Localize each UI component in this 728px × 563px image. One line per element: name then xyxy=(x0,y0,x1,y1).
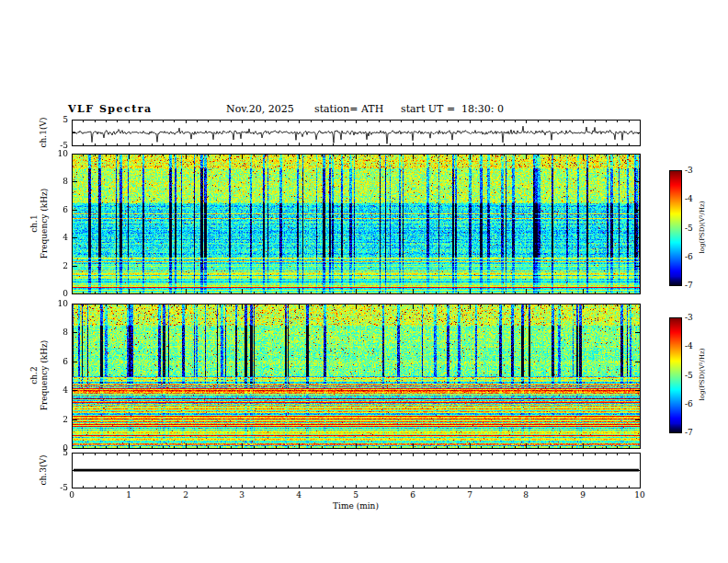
figure-station: station= ATH xyxy=(314,103,383,115)
ch1_spec-ytick-label: 2 xyxy=(46,261,68,270)
colorbar-2-tick-label: -3 xyxy=(685,313,705,322)
colorbar-2-tick-label: -4 xyxy=(685,341,705,350)
xtick-label: 3 xyxy=(231,490,253,500)
ch1_spec-ytick-label: 6 xyxy=(46,205,68,214)
xtick-label: 5 xyxy=(345,490,367,500)
ch1_spec-ytick-label: 10 xyxy=(46,149,68,158)
colorbar-2-tick-label: -7 xyxy=(685,428,705,437)
ch2_spec-ytick-label: 2 xyxy=(46,415,68,424)
colorbar-1-tick-label: -5 xyxy=(685,224,705,233)
xtick-label: 6 xyxy=(402,490,424,500)
xtick-label: 1 xyxy=(118,490,140,500)
xtick-label: 0 xyxy=(61,490,83,500)
ch1-spectrogram-canvas xyxy=(72,154,641,294)
ch2-spec-ylabel-channel: ch.2 xyxy=(29,306,40,444)
xaxis-label: Time (min) xyxy=(310,501,402,511)
ch1-spec-ylabel: ch.1 Frequency (kHz) xyxy=(29,155,51,293)
colorbar-1-tick-label: -6 xyxy=(685,252,705,261)
xtick-label: 9 xyxy=(572,490,594,500)
colorbar-2-tick-label: -6 xyxy=(685,399,705,408)
ch2_spec-ytick-label: 8 xyxy=(46,327,68,337)
ch3-waveform-canvas xyxy=(72,453,641,488)
ch1_spec-ytick-label: 4 xyxy=(46,233,68,242)
xtick-label: 7 xyxy=(459,490,481,500)
colorbar-1-tick-label: -7 xyxy=(685,281,705,290)
xtick-label: 4 xyxy=(288,490,310,500)
ch2_spec-ytick-label: 0 xyxy=(46,443,68,453)
xtick-label: 2 xyxy=(175,490,197,500)
ch2_spec-ytick-label: 10 xyxy=(46,299,68,308)
figure-start-ut: start UT = 18:30: 0 xyxy=(401,103,504,115)
ch1_spec-ytick-label: 8 xyxy=(46,177,68,186)
ch1-waveform-canvas xyxy=(72,120,641,146)
ch1_spec-ytick-label: 0 xyxy=(46,289,68,298)
xtick-label: 10 xyxy=(629,490,651,500)
vlf-spectra-figure: VLF Spectra Nov.20, 2025 station= ATH st… xyxy=(0,0,728,563)
colorbar-ch1 xyxy=(669,170,682,286)
ch2_spec-ytick-label: 6 xyxy=(46,357,68,366)
xtick-label: 8 xyxy=(515,490,537,500)
figure-title: VLF Spectra xyxy=(68,103,153,115)
colorbar-1-tick-label: -4 xyxy=(685,194,705,203)
colorbar-1-tick-label: -3 xyxy=(685,166,705,175)
ch1-spec-ylabel-axis: Frequency (kHz) xyxy=(40,155,50,293)
ch1_wave-ytick-label: 5 xyxy=(46,115,68,124)
ch2_spec-ytick-label: 4 xyxy=(46,385,68,395)
colorbar-2-tick-label: -5 xyxy=(685,371,705,380)
ch1-spec-ylabel-channel: ch.1 xyxy=(29,155,40,293)
figure-date: Nov.20, 2025 xyxy=(226,103,294,115)
ch2-spectrogram-canvas xyxy=(72,304,641,449)
colorbar-ch2 xyxy=(669,317,682,433)
